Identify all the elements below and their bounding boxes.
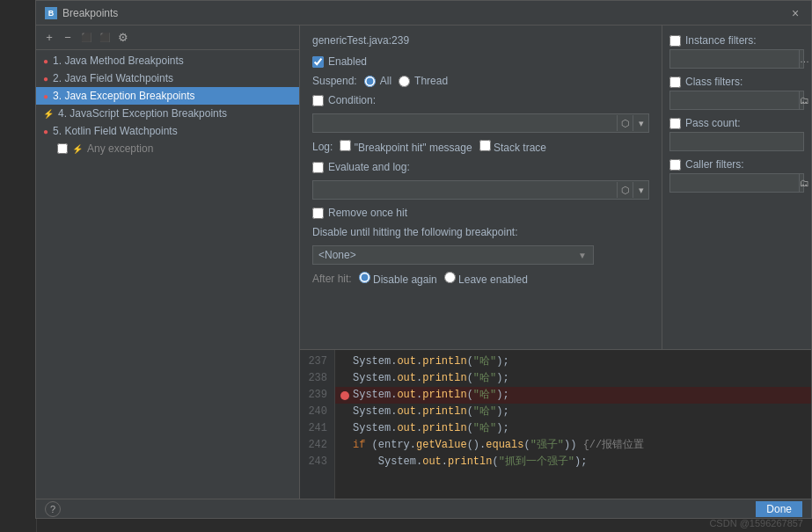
instance-filters-input[interactable] — [670, 50, 799, 68]
class-filters-input[interactable] — [670, 91, 799, 109]
bp-icon-red: ● — [43, 56, 48, 66]
line-num-243: 243 — [300, 454, 334, 470]
any-exception-item: ⚡ Any exception — [36, 140, 299, 157]
dialog-title-bar: B Breakpoints × — [36, 1, 811, 26]
instance-filters-checkbox[interactable] — [669, 35, 681, 47]
bp-item-4[interactable]: ⚡ 4. JavaScript Exception Breakpoints — [36, 105, 299, 122]
disable-again-label[interactable]: Disable again — [359, 272, 437, 286]
condition-expand-btn[interactable]: ⬡ — [617, 115, 633, 131]
code-str-238: "哈" — [473, 372, 496, 384]
disable-again-text: Disable again — [373, 273, 437, 286]
stack-trace-label[interactable]: Stack trace — [479, 140, 546, 154]
remove-once-label[interactable]: Remove once hit — [312, 207, 407, 219]
bp-label-5: 5. Kotlin Field Watchpoints — [53, 125, 178, 137]
any-exception-label: Any exception — [87, 142, 153, 155]
breakpoint-dropdown[interactable]: <None> — [312, 245, 594, 265]
file-path: genericTest.java:239 — [312, 34, 649, 47]
bp-label-1: 1. Java Method Breakpoints — [53, 55, 184, 67]
side-filters: Instance filters: … Class filters: — [662, 26, 811, 349]
remove-once-row: Remove once hit — [312, 207, 649, 219]
bp-item-2[interactable]: ● 2. Java Field Watchpoints — [36, 69, 299, 87]
line-num-237: 237 — [300, 353, 334, 370]
line-num-240: 240 — [300, 404, 334, 420]
line-num-241: 241 — [300, 420, 334, 437]
comment-242: {//报错位置 — [583, 439, 645, 451]
condition-checkbox[interactable] — [312, 95, 324, 106]
code-str-239: "哈" — [473, 389, 496, 401]
thread-radio[interactable] — [399, 76, 410, 87]
close-button[interactable]: × — [788, 6, 802, 20]
bp-item-5[interactable]: ● 5. Kotlin Field Watchpoints — [36, 122, 299, 140]
remove-once-checkbox[interactable] — [312, 208, 324, 219]
code-line-238: System.out.println("哈"); — [335, 370, 811, 387]
caller-filters-label: Caller filters: — [669, 158, 804, 171]
add-button[interactable]: + — [41, 30, 57, 46]
code-line-241: System.out.println("哈"); — [335, 420, 811, 437]
equals: equals — [486, 439, 523, 451]
import-button[interactable]: ⬛ — [97, 30, 113, 46]
right-panel: genericTest.java:239 Enabled Suspend: — [300, 26, 811, 499]
bp-item-3[interactable]: ● 3. Java Exception Breakpoints — [36, 87, 299, 105]
bp-item-1[interactable]: ● 1. Java Method Breakpoints — [36, 52, 299, 69]
suspend-text: Suspend: — [312, 75, 357, 87]
caller-filters-text: Caller filters: — [685, 158, 744, 171]
caller-filters-checkbox[interactable] — [669, 159, 681, 171]
evaluate-input[interactable] — [313, 181, 617, 199]
code-method-243: out — [422, 455, 442, 468]
settings-button[interactable]: ⚙ — [115, 30, 131, 46]
left-sidebar — [0, 0, 37, 532]
class-browse-btn[interactable]: 🗂 — [799, 91, 809, 109]
code-line-239: System.out.println("哈"); — [335, 387, 811, 404]
stack-trace-text: Stack trace — [494, 142, 546, 154]
any-exception-checkbox[interactable] — [57, 143, 68, 154]
evaluate-input-wrap: ⬡ ▾ — [312, 180, 649, 200]
thread-radio-label[interactable]: Thread — [399, 75, 448, 87]
caller-filters-input[interactable] — [670, 174, 799, 192]
code-243-content: System.out.println("抓到一个强子"); — [353, 454, 587, 470]
help-button[interactable]: ? — [45, 501, 61, 517]
caller-filters-group: Caller filters: 🗂 — [669, 158, 804, 193]
bp-hit-text: "Breakpoint hit" message — [355, 142, 472, 154]
disable-again-radio[interactable] — [359, 272, 370, 283]
code-242-content: if (entry.getValue().equals("强子")) {//报错… — [353, 437, 644, 454]
evaluate-label[interactable]: Evaluate and log: — [312, 161, 410, 173]
condition-input[interactable] — [313, 114, 617, 132]
all-radio-label[interactable]: All — [364, 75, 391, 87]
code-241-content: System.out.println("哈"); — [353, 420, 509, 437]
stack-trace-checkbox[interactable] — [479, 140, 491, 151]
pass-count-text: Pass count: — [685, 117, 741, 129]
remove-button[interactable]: − — [60, 30, 76, 46]
code-println-243: println — [448, 455, 492, 468]
dialog-body: + − ⬛ ⬛ ⚙ ● 1. Java Method Breakpoints ●… — [36, 26, 811, 499]
enabled-text: Enabled — [328, 55, 367, 68]
class-filters-checkbox[interactable] — [669, 77, 681, 88]
export-button[interactable]: ⬛ — [78, 30, 94, 46]
all-radio[interactable] — [364, 76, 376, 87]
code-239-content: System.out.println("哈"); — [353, 387, 509, 404]
code-println-240: println — [422, 405, 466, 418]
pass-count-input[interactable] — [670, 133, 803, 150]
bp-hit-checkbox[interactable] — [340, 140, 351, 151]
pass-count-checkbox[interactable] — [669, 118, 681, 129]
enabled-checkbox[interactable] — [312, 56, 324, 68]
condition-more-btn[interactable]: ▾ — [633, 115, 648, 131]
code-println-239: println — [422, 389, 466, 401]
enabled-label[interactable]: Enabled — [312, 55, 367, 68]
instance-browse-btn[interactable]: … — [799, 50, 809, 68]
done-button[interactable]: Done — [756, 501, 802, 517]
main-settings: genericTest.java:239 Enabled Suspend: — [300, 26, 662, 349]
bp-hit-label[interactable]: "Breakpoint hit" message — [340, 140, 472, 154]
leave-enabled-radio[interactable] — [444, 272, 456, 283]
evaluate-checkbox[interactable] — [312, 162, 324, 173]
leave-enabled-label[interactable]: Leave enabled — [444, 272, 528, 286]
enabled-row: Enabled — [312, 55, 649, 68]
evaluate-expand-btn[interactable]: ⬡ — [617, 182, 633, 198]
code-238-content: System.out.println("哈"); — [353, 370, 509, 387]
code-method-239: out — [397, 389, 416, 401]
condition-label[interactable]: Condition: — [312, 94, 376, 106]
evaluate-more-btn[interactable]: ▾ — [633, 182, 648, 198]
after-hit-row: After hit: Disable again Leave enabled — [312, 272, 649, 286]
caller-browse-btn[interactable]: 🗂 — [799, 174, 809, 192]
code-println-241: println — [422, 422, 466, 434]
breakpoint-dot — [340, 391, 349, 400]
